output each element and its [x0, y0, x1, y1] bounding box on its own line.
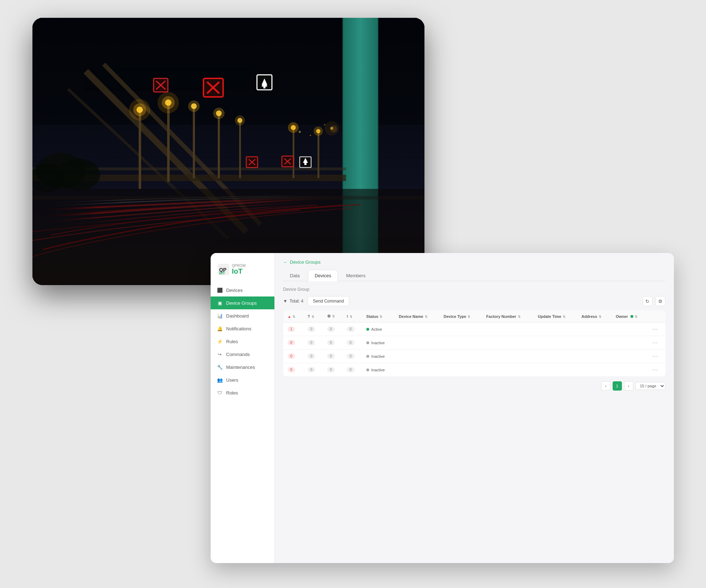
panel: QP IoT QPROW IoT ⬛ Devices — [211, 253, 674, 563]
svg-line-5 — [86, 71, 246, 232]
breadcrumb-arrow: ← — [283, 259, 288, 265]
sidebar-label-device-groups: Device Groups — [226, 300, 257, 306]
sidebar-item-commands[interactable]: ↪ Commands — [211, 348, 274, 361]
svg-point-25 — [237, 118, 242, 123]
table-row: 0 0 0 0 Inactive ⋯ — [283, 363, 665, 377]
cell-actions[interactable]: ⋯ — [648, 363, 665, 377]
table-controls: ▼ Total: 4 Send Command ↻ ⚙ — [283, 296, 665, 306]
cell-factory-number — [482, 323, 534, 336]
cell-device-name — [395, 363, 439, 377]
svg-point-17 — [158, 92, 179, 113]
cell-owner — [612, 323, 648, 336]
svg-point-56 — [299, 131, 301, 133]
cell-update-time — [534, 363, 577, 377]
svg-rect-24 — [239, 121, 241, 178]
sidebar-label-notifications: Notifications — [226, 326, 252, 331]
tab-data[interactable]: Data — [283, 270, 306, 281]
svg-point-58 — [324, 124, 325, 125]
svg-rect-1 — [32, 18, 424, 125]
cell-actions[interactable]: ⋯ — [648, 350, 665, 363]
svg-point-32 — [314, 127, 323, 136]
cell-actions[interactable]: ⋯ — [648, 336, 665, 350]
svg-point-11 — [136, 107, 143, 113]
cell-actions[interactable]: ⋯ — [648, 323, 665, 336]
cell-col3: 0 — [323, 363, 342, 377]
th-owner: Owner ⇅ — [612, 310, 648, 323]
filter-button[interactable]: ▼ Total: 4 — [283, 299, 304, 304]
svg-point-29 — [288, 122, 299, 133]
th-info: ?⇅ — [303, 310, 323, 323]
th-device-type: Device Type⇅ — [439, 310, 482, 323]
sidebar-label-maintenances: Maintenances — [226, 365, 255, 370]
table-head: ▲⇅ ?⇅ ⚙⇅ !⇅ Status⇅ Device Name⇅ Device … — [283, 310, 665, 323]
tab-members[interactable]: Members — [339, 270, 372, 281]
svg-line-34 — [156, 81, 165, 89]
settings-button[interactable]: ⚙ — [655, 296, 665, 306]
prev-page-button[interactable]: ‹ — [601, 381, 610, 391]
pagination: ‹ 1 › 15 / page — [283, 381, 665, 391]
th-update-time: Update Time⇅ — [534, 310, 577, 323]
svg-point-22 — [216, 110, 222, 116]
sidebar-item-device-groups[interactable]: ▣ Device Groups — [211, 296, 274, 309]
svg-point-60 — [330, 125, 337, 133]
logo-area: QP IoT QPROW IoT — [211, 260, 274, 284]
cell-address — [577, 323, 611, 336]
cell-col3: 0 — [323, 350, 342, 363]
total-count: Total: 4 — [289, 299, 303, 304]
sidebar-item-users[interactable]: 👥 Users — [211, 373, 274, 386]
cell-owner — [612, 363, 648, 377]
sidebar-item-rules[interactable]: ⚡ Rules — [211, 335, 274, 348]
cell-col1: 0 — [283, 350, 303, 363]
sidebar-item-dashboard[interactable]: 📊 Dashboard — [211, 309, 274, 322]
sidebar: QP IoT QPROW IoT ⬛ Devices — [211, 253, 275, 563]
svg-point-26 — [235, 115, 245, 125]
cell-col3: 0 — [323, 336, 342, 350]
th-status: Status⇅ — [362, 310, 395, 323]
main-content: ← Device Groups Data Devices Members Dev… — [275, 253, 674, 563]
sidebar-item-maintenances[interactable]: 🔧 Maintenances — [211, 361, 274, 373]
dashboard-icon: 📊 — [217, 313, 223, 319]
sidebar-item-roles[interactable]: 🛡 Roles — [211, 386, 274, 399]
cell-col2: 0 — [303, 323, 323, 336]
cell-update-time — [534, 336, 577, 350]
svg-rect-9 — [32, 167, 346, 170]
cell-col1: 0 — [283, 336, 303, 350]
bridge-scene — [32, 18, 424, 285]
send-command-button[interactable]: Send Command — [308, 296, 349, 306]
table-row: 0 0 0 0 Inactive ⋯ — [283, 350, 665, 363]
sidebar-item-notifications[interactable]: 🔔 Notifications — [211, 322, 274, 335]
gear-icon: ⚙ — [658, 299, 663, 304]
svg-point-15 — [165, 99, 171, 106]
cell-factory-number — [482, 336, 534, 350]
cell-col3: 0 — [323, 323, 342, 336]
cell-device-name — [395, 336, 439, 350]
maintenance-icon: 🔧 — [217, 364, 223, 370]
sidebar-label-commands: Commands — [226, 352, 250, 357]
svg-line-46 — [284, 159, 291, 164]
cell-status: Inactive — [362, 350, 395, 363]
per-page-select[interactable]: 15 / page — [635, 382, 665, 390]
breadcrumb: ← Device Groups — [283, 259, 665, 265]
current-page[interactable]: 1 — [613, 381, 622, 391]
roles-icon: 🛡 — [217, 390, 223, 396]
cell-owner — [612, 350, 648, 363]
filter-icon: ▼ — [283, 299, 288, 304]
tab-devices[interactable]: Devices — [308, 270, 338, 281]
svg-point-53 — [32, 164, 65, 192]
cell-status: Inactive — [362, 336, 395, 350]
cell-address — [577, 363, 611, 377]
next-page-button[interactable]: › — [624, 381, 633, 391]
th-actions — [648, 310, 665, 323]
svg-rect-40 — [263, 84, 266, 88]
svg-line-38 — [207, 82, 219, 93]
cell-col1: 0 — [283, 363, 303, 377]
cell-col2: 0 — [303, 350, 323, 363]
svg-point-59 — [330, 127, 333, 130]
group-icon: ▣ — [217, 300, 223, 306]
cell-col4: 0 — [342, 363, 362, 377]
refresh-button[interactable]: ↻ — [643, 296, 653, 306]
svg-point-20 — [188, 100, 200, 112]
sidebar-item-devices[interactable]: ⬛ Devices — [211, 284, 274, 296]
bridge-svg — [32, 18, 424, 285]
logo-text: QPROW IoT — [232, 264, 246, 275]
